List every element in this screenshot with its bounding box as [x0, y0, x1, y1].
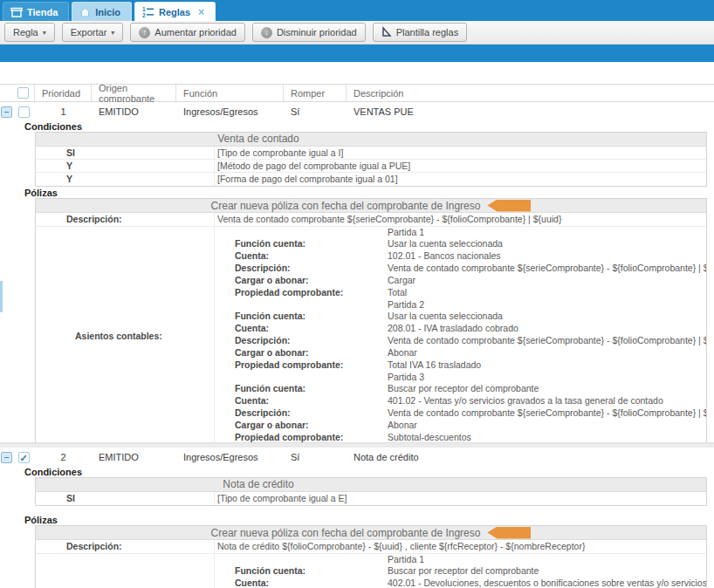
column-header-descripcion[interactable]: Descripción	[347, 85, 714, 101]
collapse-row-icon[interactable]: −	[1, 452, 12, 463]
button-label: Aumentar prioridad	[154, 27, 237, 38]
cell-descripcion: Nota de crédito	[347, 448, 714, 467]
column-header-romper[interactable]: Romper	[284, 85, 347, 101]
descripcion-label: Descripción:	[36, 540, 215, 553]
condicion-operator: Y	[36, 160, 215, 172]
partida-field-label: Propiedad comprobante:	[215, 287, 385, 299]
rule-1-detail: Condiciones Venta de contado SI [Tipo de…	[0, 121, 714, 445]
toolbar: Regla ▾ Exportar ▾ ↑ Aumentar prioridad …	[0, 21, 714, 44]
cell-romper: Sí	[284, 102, 347, 121]
close-icon[interactable]: ×	[198, 8, 204, 17]
tab-bar: Tienda Inicio 1 2 Reglas ×	[0, 0, 714, 21]
blue-banner	[0, 44, 714, 62]
arrow-up-circle-icon: ↑	[139, 27, 150, 38]
asientos-label	[36, 554, 215, 588]
exportar-button[interactable]: Exportar ▾	[62, 23, 124, 42]
partida-field-label: Cargar o abonar:	[215, 420, 385, 432]
descripcion-value: Venta de contado comprobante ${serieComp…	[215, 213, 706, 226]
column-header-origen-comprobante[interactable]: Origen comprobante	[92, 85, 176, 101]
partida-title: Partida 3	[215, 372, 706, 383]
partida-field-value: Usar la cuenta seleccionada	[385, 311, 706, 323]
button-label: Regla	[13, 27, 38, 38]
select-all-checkbox[interactable]	[12, 85, 35, 101]
table-row-rule-2[interactable]: − ✓ 2 EMITIDO Ingresos/Egresos Sí Nota d…	[0, 448, 714, 467]
partida-field-value: 102.01 - Bancos nacionales	[385, 250, 706, 263]
partida-field-label: Cuenta:	[215, 395, 385, 407]
chevron-down-icon: ▾	[43, 29, 46, 37]
disminuir-prioridad-button[interactable]: ↓ Disminuir prioridad	[252, 23, 366, 42]
condicion-row: Y [Forma de pago del comprobante igual a…	[36, 173, 706, 186]
partida-field-value: Abonar	[385, 420, 706, 432]
poliza-header: Crear nueva póliza con fecha del comprob…	[36, 199, 706, 213]
condiciones-table: Nota de crédito SI [Tipo de comprobante …	[35, 477, 707, 506]
partida-field-value: 208.01 - IVA trasladado cobrado	[385, 323, 706, 335]
tab-tienda[interactable]: Tienda	[3, 2, 69, 21]
column-header-prioridad[interactable]: Prioridad	[35, 85, 92, 101]
condicion-expression: [Método de pago del comprobante igual a …	[215, 160, 706, 172]
cell-romper: Sí	[284, 448, 347, 467]
condiciones-table: Venta de contado SI [Tipo de comprobante…	[35, 132, 707, 187]
poliza-title: Crear nueva póliza con fecha del comprob…	[211, 527, 481, 539]
partida-field-label: Función cuenta:	[215, 383, 385, 395]
partida-field-label: Función cuenta:	[215, 238, 385, 250]
poliza-title: Crear nueva póliza con fecha del comprob…	[211, 200, 481, 212]
checkbox-icon[interactable]	[17, 87, 29, 99]
partida-field-label: Función cuenta:	[215, 565, 385, 578]
partida-field-label: Descripción:	[215, 335, 385, 347]
expander-column-header	[0, 85, 12, 101]
column-header-funcion[interactable]: Función	[176, 85, 284, 101]
tab-inicio[interactable]: Inicio	[72, 2, 132, 21]
partidas-list: Partida 1 Función cuenta:Usar la cuenta …	[215, 227, 706, 444]
numbered-list-icon: 1 2	[142, 6, 154, 17]
aumentar-prioridad-button[interactable]: ↑ Aumentar prioridad	[130, 23, 245, 42]
polizas-label: Pólizas	[24, 188, 714, 198]
table-row-rule-1[interactable]: − 1 EMITIDO Ingresos/Egresos Sí VENTAS P…	[0, 102, 714, 121]
tab-label: Reglas	[159, 7, 190, 17]
collapse-row-icon[interactable]: −	[1, 106, 12, 118]
cell-origen: EMITIDO	[92, 102, 176, 121]
partida-field-label: Cargar o abonar:	[215, 347, 385, 359]
condicion-row: SI [Tipo de comprobante igual a I]	[36, 147, 706, 160]
partida-field-value: Venta de contado comprobante ${serieComp…	[385, 335, 706, 347]
condicion-operator: SI	[36, 492, 215, 505]
polizas-label: Pólizas	[24, 515, 714, 525]
partida-field-label: Propiedad comprobante:	[215, 359, 385, 372]
descripcion-value: Nota de crédito ${folioComprobante} - ${…	[215, 540, 706, 553]
grid-top-spacer	[0, 62, 714, 84]
condicion-expression: [Tipo de comprobante igual a E]	[215, 492, 706, 505]
cell-descripcion: VENTAS PUE	[347, 102, 714, 121]
condicion-operator: SI	[36, 147, 215, 159]
cell-prioridad: 1	[35, 102, 92, 121]
partida-field-value: Venta de contado comprobante ${serieComp…	[385, 407, 706, 420]
left-edge-indicator	[0, 281, 3, 312]
plantilla-reglas-button[interactable]: Plantilla reglas	[373, 23, 468, 42]
partida-field-label: Cargar o abonar:	[215, 275, 385, 287]
regla-button[interactable]: Regla ▾	[4, 23, 55, 42]
tab-reglas[interactable]: 1 2 Reglas ×	[134, 2, 216, 21]
row-checkbox-checked[interactable]: ✓	[18, 452, 30, 463]
condicion-group-header: Venta de contado	[36, 133, 706, 147]
partida-title: Partida 2	[215, 299, 706, 311]
partida-field-value: Cargar	[385, 275, 706, 287]
descripcion-label: Descripción:	[36, 213, 215, 226]
partida-field-value: 402.01 - Devoluciones, descuentos o boni…	[385, 578, 706, 588]
orange-arrow-marker	[487, 200, 531, 212]
row-checkbox-unchecked[interactable]	[18, 106, 30, 118]
chevron-down-icon: ▾	[111, 29, 114, 37]
svg-text:2: 2	[142, 12, 146, 18]
partida-field-label: Cuenta:	[215, 250, 385, 263]
partida-field-value: Usar la cuenta seleccionada	[385, 238, 706, 250]
condiciones-label: Condiciones	[24, 467, 714, 477]
cell-origen: EMITIDO	[92, 448, 176, 467]
partida-field-label: Función cuenta:	[215, 311, 385, 323]
app-window: Tienda Inicio 1 2 Reglas × Regla	[0, 0, 714, 588]
poliza-descripcion-row: Descripción: Venta de contado comprobant…	[36, 213, 706, 227]
condicion-expression: [Tipo de comprobante igual a I]	[215, 147, 706, 159]
partida-field-value: Venta de contado comprobante ${serieComp…	[385, 263, 706, 275]
partida-field-value: Buscar por receptor del comprobante	[385, 383, 706, 395]
asientos-contables-row: Asientos contables: Partida 1 Función cu…	[36, 227, 706, 444]
asientos-label: Asientos contables:	[36, 227, 215, 444]
button-label: Exportar	[71, 27, 107, 38]
button-label: Plantilla reglas	[396, 27, 459, 38]
partida-field-label: Cuenta:	[215, 323, 385, 335]
